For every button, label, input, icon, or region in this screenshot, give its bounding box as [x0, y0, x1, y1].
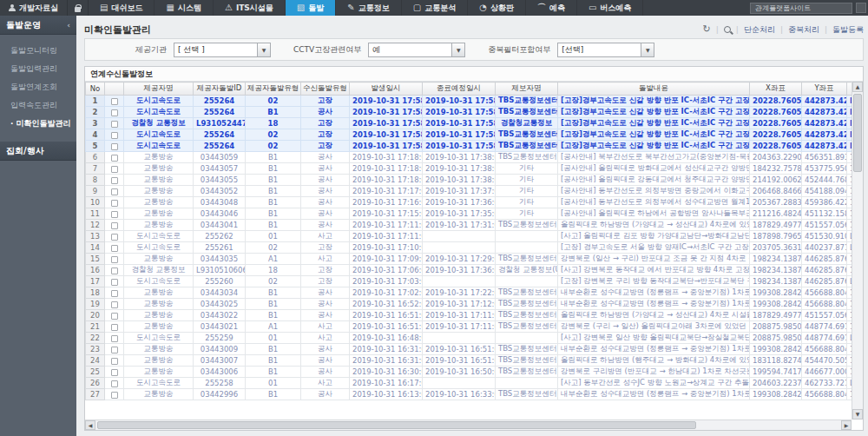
- table-row[interactable]: 20 교통방송 03443022 B1 공사 2019-10-31 16:51:…: [86, 310, 852, 321]
- col-checkbox[interactable]: [105, 83, 124, 96]
- table-row[interactable]: 22 도시고속도로 255259 01 사고 2019-10-31 16:48:…: [86, 333, 852, 344]
- col-provider[interactable]: 제공자명: [124, 83, 194, 96]
- table-row[interactable]: 11 교통방송 03443046 B1 공사 2019-10-31 17:15:…: [86, 208, 852, 220]
- table-row[interactable]: 7 교통방송 03443057 B1 공사 2019-10-31 17:18:0…: [86, 163, 852, 175]
- table-row[interactable]: 25 교통방송 03443006 B1 공사 2019-10-31 16:30:…: [86, 367, 852, 378]
- table-row[interactable]: 4 도시고속도로 255264 02 고장 2019-10-31 17:58:0…: [86, 129, 852, 141]
- table-row[interactable]: 13 도시고속도로 255262 01 사고 2019-10-31 17:11:…: [86, 231, 852, 242]
- row-checkbox[interactable]: [111, 188, 118, 195]
- horizontal-scrollbar[interactable]: ◀ ▶: [85, 419, 852, 430]
- refresh-icon[interactable]: ↻: [703, 25, 711, 34]
- table-row[interactable]: 16 경찰청 교통정보 L93105106066 18 고장 2019-10-3…: [86, 265, 852, 276]
- platform-go-button[interactable]: [856, 3, 866, 13]
- col-no[interactable]: No: [86, 83, 105, 96]
- table-row[interactable]: 3 경찰청 교통정보 L9310524475 18 고장 2019-10-31 …: [86, 118, 852, 129]
- duplicate-filter-select[interactable]: [선택] ▼: [557, 43, 654, 57]
- scroll-up-icon[interactable]: ▲: [852, 82, 863, 92]
- table-row[interactable]: 24 교통방송 03443007 B1 공사 2019-10-31 16:31:…: [86, 355, 852, 367]
- table-row[interactable]: 14 도시고속도로 255261 02 고장 2019-10-31 17:10:…: [86, 242, 852, 254]
- nav-item-traffic-info[interactable]: ✎ 교통정보: [336, 0, 401, 16]
- row-checkbox[interactable]: [111, 347, 118, 353]
- vertical-scrollbar[interactable]: ▲ ▼: [852, 82, 863, 419]
- col-provider-incident-id[interactable]: 제공자돌발ID: [194, 83, 246, 96]
- col-content[interactable]: 돌발내용: [558, 83, 750, 96]
- row-checkbox[interactable]: [111, 279, 118, 286]
- platform-site-select[interactable]: 관계플랫폼사이트: [750, 3, 852, 14]
- nav-item-system[interactable]: ▦ 시스템: [155, 0, 213, 16]
- provider-select[interactable]: [ 선택 ] ▼: [174, 43, 271, 57]
- row-checkbox[interactable]: [111, 222, 118, 229]
- row-checkbox[interactable]: [111, 98, 118, 105]
- row-checkbox[interactable]: [111, 211, 118, 218]
- sidebar-section-assembly-events[interactable]: 집회/행사: [0, 142, 76, 161]
- table-row[interactable]: 10 교통방송 03443048 B1 공사 2019-10-31 17:16:…: [86, 197, 852, 208]
- row-checkbox[interactable]: [111, 268, 118, 274]
- table-row[interactable]: 21 교통방송 03443021 A1 사고 2019-10-31 16:51:…: [86, 321, 852, 333]
- table-row[interactable]: 12 교통방송 03443041 B1 공사 2019-10-31 17:11:…: [86, 220, 852, 231]
- row-checkbox[interactable]: [111, 301, 118, 308]
- row-checkbox[interactable]: [111, 369, 118, 376]
- sidebar-item-unconfirmed-incident[interactable]: 미확인돌발관리: [0, 115, 76, 133]
- nav-item-traffic-analysis[interactable]: ▢ 교통분석: [402, 0, 468, 16]
- row-checkbox[interactable]: [111, 200, 118, 207]
- table-row[interactable]: 6 교통방송 03443059 B1 공사 2019-10-31 17:18:0…: [86, 152, 852, 163]
- sidebar-item-input-speed[interactable]: 입력속도관리: [0, 96, 76, 115]
- row-checkbox[interactable]: [111, 132, 118, 139]
- row-checkbox[interactable]: [111, 380, 118, 387]
- table-row[interactable]: 23 교통방송 03443009 B1 공사 2019-10-31 16:31:…: [86, 344, 852, 355]
- row-checkbox[interactable]: [111, 109, 118, 116]
- table-row[interactable]: 1 도시고속도로 255264 02 고장 2019-10-31 17:58:0…: [86, 96, 852, 107]
- duplicate-process-button[interactable]: 중복처리: [788, 24, 819, 36]
- col-y-coord[interactable]: Y좌표: [802, 83, 847, 96]
- col-received-incident-type[interactable]: 수신돌발유형: [301, 83, 350, 96]
- lock-button[interactable]: [67, 0, 89, 16]
- table-row[interactable]: 15 교통방송 03443035 A1 사고 2019-10-31 17:09:…: [86, 254, 852, 265]
- row-checkbox[interactable]: [111, 313, 118, 320]
- nav-item-dashboard[interactable]: ▤ 대쉬보드: [89, 0, 155, 16]
- horizontal-scroll-thumb[interactable]: [97, 421, 696, 429]
- row-checkbox[interactable]: [111, 324, 118, 331]
- table-row[interactable]: 18 교통방송 03443034 B1 공사 2019-10-31 17:02:…: [86, 287, 852, 299]
- user-menu[interactable]: 개발자료실: [0, 0, 67, 16]
- row-checkbox[interactable]: [111, 335, 118, 342]
- table-row[interactable]: 2 도시고속도로 255264 B1 공사 2019-10-31 17:58:0…: [86, 107, 852, 118]
- row-checkbox[interactable]: [111, 245, 118, 252]
- table-row[interactable]: 17 도시고속도로 255260 02 고장 2019-10-31 17:03:…: [86, 276, 852, 287]
- nav-item-forecast[interactable]: ⌒ 예측: [526, 0, 577, 16]
- row-checkbox[interactable]: [111, 234, 118, 241]
- col-end-datetime[interactable]: 종료예정일시: [423, 83, 496, 96]
- nav-item-situation-board[interactable]: ◔ 상황판: [468, 0, 526, 16]
- col-provider-incident-type[interactable]: 제공자돌발유형: [246, 83, 301, 96]
- table-row[interactable]: 27 교통방송 03442996 B1 공사 2019-10-31 16:13:…: [86, 389, 852, 400]
- table-row[interactable]: 19 교통방송 03443025 B1 공사 2019-10-31 16:52:…: [86, 299, 852, 310]
- table-row[interactable]: 8 교통방송 03443055 B1 공사 2019-10-31 17:18:0…: [86, 175, 852, 186]
- row-checkbox[interactable]: [111, 155, 118, 162]
- sidebar-item-incident-input[interactable]: 돌발입력관리: [0, 60, 76, 78]
- row-checkbox[interactable]: [111, 256, 118, 263]
- row-checkbox[interactable]: [111, 177, 118, 184]
- collapse-icon[interactable]: ‹: [67, 21, 70, 30]
- table-row[interactable]: 5 도시고속도로 255264 02 고장 2019-10-31 17:58:0…: [86, 141, 852, 152]
- col-x-coord[interactable]: X좌표: [750, 83, 802, 96]
- nav-item-bus-forecast[interactable]: ▭ 버스예측: [577, 0, 643, 16]
- scroll-left-icon[interactable]: ◀: [85, 420, 95, 430]
- nav-item-its-facilities[interactable]: ⚠ ITS시설물: [214, 0, 286, 16]
- row-checkbox[interactable]: [111, 166, 118, 173]
- scroll-down-icon[interactable]: ▼: [852, 409, 863, 419]
- row-checkbox[interactable]: [111, 358, 118, 365]
- nav-item-incident[interactable]: ▧ 돌발: [286, 0, 336, 16]
- cctv-fault-select[interactable]: 예 ▼: [368, 43, 465, 57]
- table-row[interactable]: 26 도시고속도로 255258 01 사고 2019-10-31 16:17:…: [86, 378, 852, 389]
- row-checkbox[interactable]: [111, 121, 118, 128]
- search-icon[interactable]: [724, 26, 731, 33]
- incident-register-button[interactable]: 돌발등록: [832, 24, 864, 36]
- simple-process-button[interactable]: 단순처리: [744, 24, 775, 36]
- vertical-scroll-thumb[interactable]: [853, 94, 862, 172]
- row-checkbox[interactable]: [111, 143, 118, 150]
- row-checkbox[interactable]: [111, 392, 118, 399]
- sidebar-item-incident-link-search[interactable]: 돌발연계조회: [0, 78, 76, 96]
- table-row[interactable]: 9 교통방송 03443052 B1 공사 2019-10-31 17:17:0…: [86, 186, 852, 197]
- col-start-datetime[interactable]: 발생일시: [350, 83, 423, 96]
- col-reporter[interactable]: 제보자명: [496, 83, 558, 96]
- scroll-right-icon[interactable]: ▶: [841, 420, 852, 430]
